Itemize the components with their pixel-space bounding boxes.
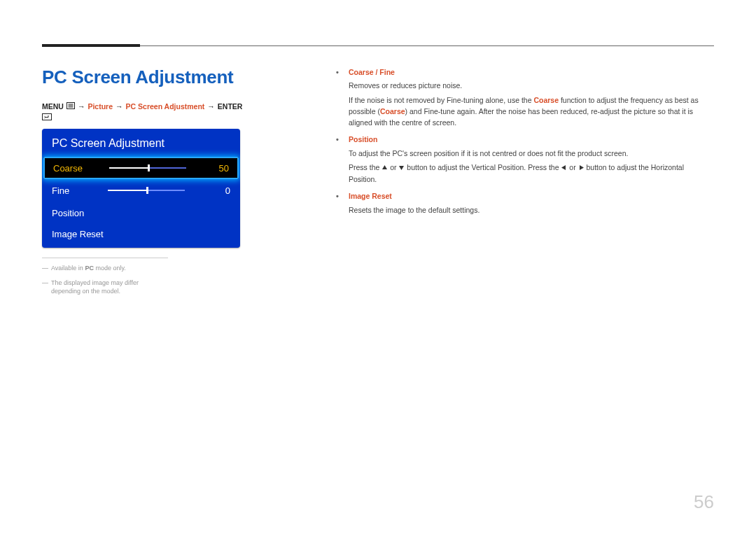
- slider-fill: [109, 167, 148, 169]
- osd-row-coarse[interactable]: Coarse 50: [43, 157, 239, 179]
- footnotes: ― Available in PC mode only. ― The displ…: [42, 258, 168, 296]
- breadcrumb-arrow: →: [78, 102, 85, 111]
- page-content: PC Screen Adjustment MENU → Picture → PC…: [42, 66, 714, 302]
- bullet-body: Position To adjust the PC's screen posit…: [349, 134, 714, 188]
- breadcrumb: MENU → Picture → PC Screen Adjustment → …: [42, 102, 245, 122]
- svg-marker-5: [382, 165, 387, 169]
- svg-marker-6: [399, 166, 404, 170]
- left-column: PC Screen Adjustment MENU → Picture → PC…: [42, 66, 245, 302]
- osd-panel: PC Screen Adjustment Coarse 50 Fine: [42, 129, 240, 248]
- desc-text: Press the or button to adjust the Vertic…: [349, 162, 714, 185]
- footnote-pc-mode: ― Available in PC mode only.: [42, 264, 168, 273]
- slider-track: [109, 167, 186, 169]
- breadcrumb-picture: Picture: [88, 102, 113, 111]
- desc-text: Removes or reduces picture noise.: [349, 80, 714, 91]
- osd-label: Position: [52, 208, 108, 218]
- bullet-body: Image Reset Resets the image to the defa…: [349, 190, 714, 218]
- footnote-dash: ―: [42, 279, 48, 296]
- svg-marker-8: [580, 165, 584, 170]
- desc-position: • Position To adjust the PC's screen pos…: [336, 134, 714, 188]
- slider-knob[interactable]: [146, 187, 148, 194]
- breadcrumb-enter: ENTER: [218, 102, 243, 111]
- slider-track: [108, 190, 185, 191]
- desc-title: Position: [349, 134, 714, 145]
- enter-icon: [42, 113, 52, 122]
- bullet-body: Coarse / Fine Removes or reduces picture…: [349, 66, 714, 131]
- footnote-model: ― The displayed image may differ dependi…: [42, 279, 168, 296]
- bullet-icon: •: [336, 134, 342, 188]
- osd-row-fine[interactable]: Fine 0: [42, 179, 240, 202]
- svg-marker-7: [561, 165, 566, 170]
- desc-text: To adjust the PC's screen position if it…: [349, 148, 714, 159]
- breadcrumb-arrow: →: [115, 102, 123, 111]
- footnote-text: Available in PC mode only.: [51, 264, 126, 273]
- slider[interactable]: [109, 166, 186, 170]
- up-arrow-icon: [382, 162, 388, 174]
- footnote-text: The displayed image may differ depending…: [51, 279, 168, 296]
- footnote-dash: ―: [42, 264, 48, 273]
- osd-value: 50: [208, 163, 229, 174]
- right-column: • Coarse / Fine Removes or reduces pictu…: [336, 66, 714, 302]
- desc-coarse-fine: • Coarse / Fine Removes or reduces pictu…: [336, 66, 714, 131]
- slider[interactable]: [108, 188, 185, 192]
- osd-label: Coarse: [53, 163, 109, 174]
- breadcrumb-menu: MENU: [42, 102, 64, 111]
- osd-title: PC Screen Adjustment: [42, 129, 240, 157]
- bullet-icon: •: [336, 190, 342, 218]
- osd-label: Fine: [52, 185, 108, 196]
- osd-row-image-reset[interactable]: Image Reset: [42, 224, 240, 248]
- desc-title: Image Reset: [349, 190, 714, 202]
- header-rule-bold: [42, 44, 140, 47]
- osd-row-position[interactable]: Position: [42, 202, 240, 224]
- page-number: 56: [694, 491, 714, 513]
- bullet-icon: •: [336, 66, 342, 131]
- menu-icon: [66, 102, 75, 111]
- breadcrumb-arrow: →: [207, 102, 215, 111]
- desc-title: Coarse / Fine: [349, 66, 714, 78]
- slider-fill: [108, 190, 146, 191]
- desc-text: If the noise is not removed by Fine-tuni…: [349, 94, 714, 129]
- osd-label: Image Reset: [52, 229, 230, 239]
- header-rule: [42, 45, 714, 46]
- page-title: PC Screen Adjustment: [42, 66, 245, 88]
- osd-value: 0: [209, 185, 230, 196]
- desc-image-reset: • Image Reset Resets the image to the de…: [336, 190, 714, 218]
- breadcrumb-pcsa: PC Screen Adjustment: [126, 102, 205, 111]
- right-arrow-icon: [578, 162, 584, 174]
- slider-knob[interactable]: [148, 164, 150, 171]
- desc-text: Resets the image to the default settings…: [349, 204, 714, 216]
